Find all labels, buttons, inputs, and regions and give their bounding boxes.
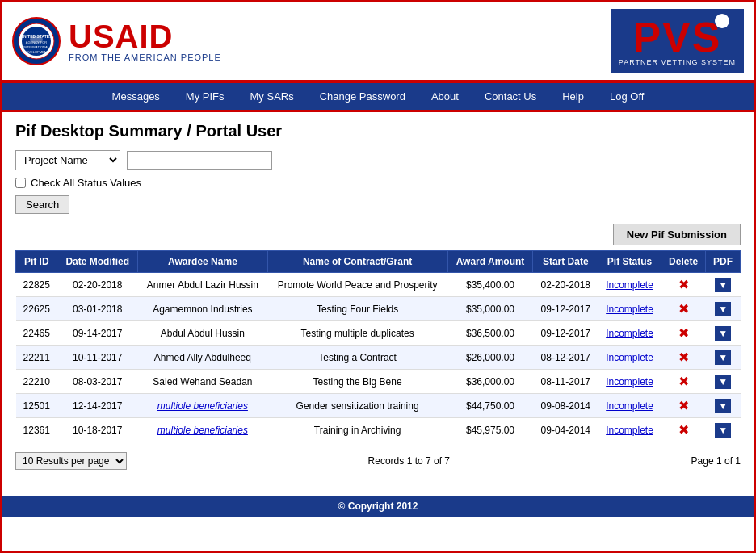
pif-status-cell: Incomplete (598, 297, 662, 321)
pif-status-link[interactable]: Incomplete (606, 304, 653, 315)
svg-text:DEVELOPMENT: DEVELOPMENT (24, 50, 49, 54)
date-modified-cell: 12-14-2017 (57, 394, 138, 418)
new-pif-row: New Pif Submission (15, 224, 741, 245)
table-row: 22210 08-03-2017 Saled Wehand Seadan Tes… (16, 370, 741, 394)
pif-id-cell: 12361 (16, 418, 57, 442)
pdf-cell: ▼ (706, 370, 741, 394)
award-amount-cell: $36,000.00 (447, 370, 533, 394)
pif-status-cell: Incomplete (598, 346, 662, 370)
delete-icon[interactable]: ✖ (678, 375, 689, 388)
pif-status-link[interactable]: Incomplete (606, 425, 653, 436)
pdf-cell: ▼ (706, 297, 741, 321)
records-summary: Records 1 to 7 of 7 (368, 455, 450, 467)
nav-my-pifs[interactable]: My PIFs (173, 82, 237, 111)
pdf-dropdown-button[interactable]: ▼ (715, 423, 731, 438)
pdf-cell: ▼ (706, 346, 741, 370)
nav-change-password[interactable]: Change Password (307, 82, 418, 111)
delete-icon[interactable]: ✖ (678, 423, 689, 437)
header: UNITED STATES AGENCY FOR INTERNATIONAL D… (2, 2, 754, 83)
award-amount-cell: $35,400.00 (447, 273, 533, 297)
results-per-page-select[interactable]: 10 Results per page 25 Results per page … (15, 452, 127, 470)
table-row: 22825 02-20-2018 Anmer Abdul Lazir Hussi… (16, 273, 741, 297)
svg-point-7 (30, 36, 43, 44)
pif-status-cell: Incomplete (598, 321, 662, 346)
start-date-cell: 02-20-2018 (533, 273, 598, 297)
table-row: 22465 09-14-2017 Abdul Abdul Hussin Test… (16, 321, 741, 346)
delete-cell: ✖ (661, 346, 705, 370)
col-start-date: Start Date (533, 251, 598, 273)
results-per-page: 10 Results per page 25 Results per page … (15, 452, 127, 470)
pif-table: Pif ID Date Modified Awardee Name Name o… (15, 250, 741, 442)
col-contract-name: Name of Contract/Grant (267, 251, 447, 273)
pdf-dropdown-button[interactable]: ▼ (715, 375, 731, 389)
pdf-dropdown-button[interactable]: ▼ (715, 399, 731, 413)
delete-cell: ✖ (661, 370, 705, 394)
award-amount-cell: $35,000.00 (447, 297, 533, 321)
pdf-dropdown-button[interactable]: ▼ (715, 302, 731, 316)
table-body: 22825 02-20-2018 Anmer Abdul Lazir Hussi… (16, 273, 741, 442)
start-date-cell: 09-12-2017 (533, 321, 598, 346)
new-pif-button[interactable]: New Pif Submission (613, 224, 741, 245)
search-button[interactable]: Search (15, 195, 69, 214)
pif-id-cell: 22825 (16, 273, 57, 297)
logo-left: UNITED STATES AGENCY FOR INTERNATIONAL D… (12, 17, 221, 65)
start-date-cell: 08-12-2017 (533, 346, 598, 370)
col-awardee-name: Awardee Name (138, 251, 268, 273)
pvs-logo: PVS PARTNER VETTING SYSTEM (611, 9, 744, 73)
pif-status-link[interactable]: Incomplete (606, 400, 653, 412)
awardee-link[interactable]: multiole beneficiaries (158, 400, 248, 412)
delete-cell: ✖ (661, 321, 705, 346)
filter-input[interactable] (127, 151, 272, 170)
awardee-cell: Abdul Abdul Hussin (138, 321, 268, 346)
filter-select[interactable]: Project Name Pif ID Awardee Name Award A… (15, 150, 120, 170)
pif-status-cell: Incomplete (598, 273, 662, 297)
delete-icon[interactable]: ✖ (678, 278, 689, 291)
awardee-cell: Agamemnon Industries (138, 297, 268, 321)
col-delete: Delete (661, 251, 705, 273)
col-pdf: PDF (706, 251, 741, 273)
col-date-modified: Date Modified (57, 251, 138, 273)
nav-about[interactable]: About (418, 82, 472, 111)
footer: © Copyright 2012 (2, 496, 754, 517)
delete-icon[interactable]: ✖ (678, 399, 689, 413)
page-title: Pif Desktop Summary / Portal User (15, 122, 741, 140)
svg-text:INTERNATIONAL: INTERNATIONAL (23, 45, 49, 49)
pdf-dropdown-button[interactable]: ▼ (715, 326, 731, 341)
award-amount-cell: $45,975.00 (447, 418, 533, 442)
pif-id-cell: 22465 (16, 321, 57, 346)
pif-id-cell: 12501 (16, 394, 57, 418)
pdf-dropdown-button[interactable]: ▼ (715, 350, 731, 365)
nav-help[interactable]: Help (549, 82, 597, 111)
date-modified-cell: 09-14-2017 (57, 321, 138, 346)
nav-my-sars[interactable]: My SARs (237, 82, 307, 111)
pif-status-link[interactable]: Incomplete (606, 352, 653, 363)
usaid-seal-icon: UNITED STATES AGENCY FOR INTERNATIONAL D… (12, 17, 61, 65)
contract-name-cell: Testing the Big Bene (267, 370, 447, 394)
date-modified-cell: 03-01-2018 (57, 297, 138, 321)
pif-status-link[interactable]: Incomplete (606, 279, 653, 291)
date-modified-cell: 10-11-2017 (57, 346, 138, 370)
pif-id-cell: 22211 (16, 346, 57, 370)
delete-icon[interactable]: ✖ (678, 302, 689, 316)
pif-status-link[interactable]: Incomplete (606, 328, 653, 339)
pvs-dot-icon (715, 14, 729, 28)
main-content: Pif Desktop Summary / Portal User Projec… (2, 112, 754, 480)
nav-contact-us[interactable]: Contact Us (472, 82, 549, 111)
pif-status-cell: Incomplete (598, 418, 662, 442)
pdf-dropdown-button[interactable]: ▼ (715, 278, 731, 292)
delete-icon[interactable]: ✖ (678, 350, 689, 364)
delete-icon[interactable]: ✖ (678, 326, 689, 340)
contract-name-cell: Testing multiple duplicates (267, 321, 447, 346)
check-all-checkbox[interactable] (15, 178, 26, 188)
pif-status-link[interactable]: Incomplete (606, 376, 653, 388)
awardee-link[interactable]: multiole beneficiaries (158, 425, 248, 436)
pdf-cell: ▼ (706, 394, 741, 418)
pif-status-cell: Incomplete (598, 370, 662, 394)
pdf-cell: ▼ (706, 273, 741, 297)
award-amount-cell: $36,500.00 (447, 321, 533, 346)
usaid-title: USAID (69, 20, 221, 52)
date-modified-cell: 02-20-2018 (57, 273, 138, 297)
delete-cell: ✖ (661, 297, 705, 321)
nav-log-off[interactable]: Log Off (597, 82, 657, 111)
nav-messages[interactable]: Messages (99, 82, 173, 111)
